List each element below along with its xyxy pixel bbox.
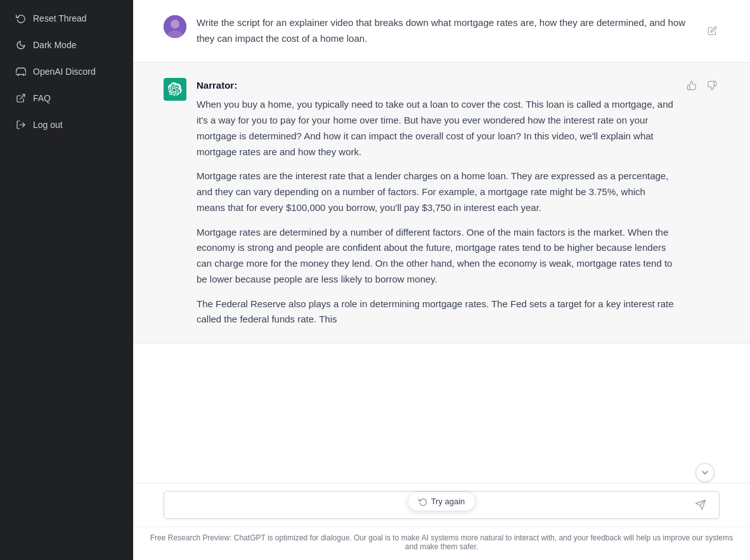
user-avatar: [164, 15, 186, 38]
thumbs-up-icon: [687, 80, 697, 91]
sidebar-item-dark-mode[interactable]: Dark Mode: [5, 33, 128, 57]
scroll-bottom-button[interactable]: [695, 463, 714, 482]
ai-paragraph-1: When you buy a home, you typically need …: [197, 97, 676, 160]
sidebar-item-label: OpenAI Discord: [33, 67, 96, 77]
chat-container: Write the script for an explainer video …: [133, 0, 750, 483]
refresh-icon: [418, 497, 427, 506]
edit-icon: [708, 26, 717, 35]
svg-line-0: [20, 94, 25, 99]
send-icon: [695, 499, 706, 511]
chevron-down-icon: [700, 468, 710, 478]
message-actions: [684, 78, 720, 328]
ai-message-content: Narrator: When you buy a home, you typic…: [197, 78, 676, 328]
footer: Free Research Preview: ChatGPT is optimi…: [133, 526, 750, 560]
sidebar-item-label: FAQ: [33, 93, 51, 103]
logout-icon: [15, 119, 27, 130]
sidebar: Reset Thread Dark Mode OpenAI Discord FA…: [0, 0, 133, 560]
narrator-label: Narrator:: [197, 78, 676, 94]
ai-paragraph-3: Mortgage rates are determined by a numbe…: [197, 225, 676, 288]
external-link-icon: [15, 92, 27, 104]
user-message-text: Write the script for an explainer video …: [197, 15, 697, 47]
thumbs-down-button[interactable]: [704, 78, 720, 93]
user-message-row: Write the script for an explainer video …: [133, 0, 750, 63]
ai-paragraph-4: The Federal Reserve also plays a role in…: [197, 296, 676, 328]
edit-message-button[interactable]: [705, 15, 720, 47]
try-again-tooltip[interactable]: Try again: [408, 492, 476, 511]
ai-message-row: Narrator: When you buy a home, you typic…: [133, 63, 750, 344]
send-button[interactable]: [691, 498, 710, 512]
sidebar-item-openai-discord[interactable]: OpenAI Discord: [5, 60, 128, 84]
sidebar-item-logout[interactable]: Log out: [5, 113, 128, 137]
sidebar-item-label: Dark Mode: [33, 40, 76, 50]
thumbs-down-icon: [707, 80, 717, 91]
main-content: Write the script for an explainer video …: [133, 0, 750, 560]
input-area: Try again: [133, 483, 750, 526]
discord-icon: [15, 66, 27, 77]
sidebar-item-label: Log out: [33, 120, 63, 130]
moon-icon: [15, 39, 27, 51]
reset-icon: [15, 13, 27, 24]
ai-paragraph-2: Mortgage rates are the interest rate tha…: [197, 169, 676, 215]
sidebar-item-faq[interactable]: FAQ: [5, 86, 128, 110]
footer-text: Free Research Preview: ChatGPT is optimi…: [150, 533, 734, 551]
ai-avatar: [164, 78, 186, 101]
svg-point-3: [171, 20, 179, 29]
thumbs-up-button[interactable]: [684, 78, 699, 93]
sidebar-item-reset-thread[interactable]: Reset Thread: [5, 6, 128, 30]
sidebar-item-label: Reset Thread: [33, 13, 87, 23]
try-again-label: Try again: [431, 497, 465, 506]
